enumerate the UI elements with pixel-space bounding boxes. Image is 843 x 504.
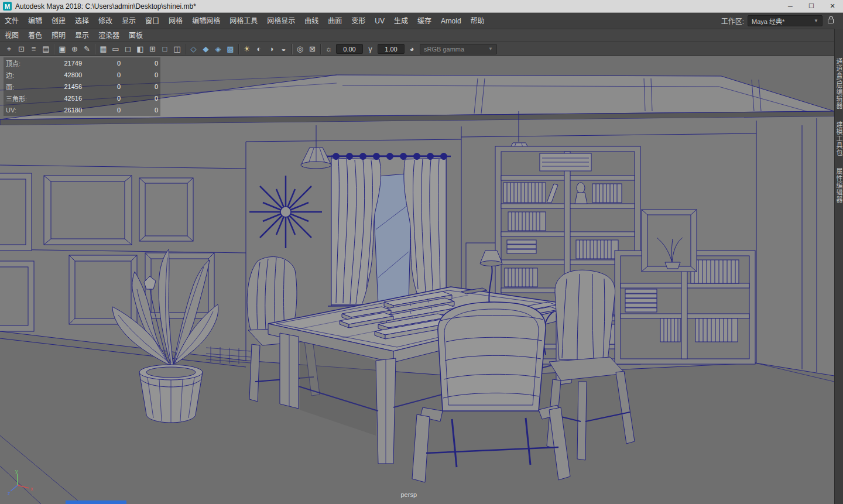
window-title: Autodesk Maya 2018: C:\Users\admin\Deskt… xyxy=(15,2,196,11)
hud-label: 边: xyxy=(6,70,42,80)
2d-pan-zoom-icon[interactable]: ⊕ xyxy=(68,43,81,55)
menu-create[interactable]: 创建 xyxy=(47,13,70,29)
motion-blur-icon[interactable]: ◒ xyxy=(277,43,290,55)
use-default-material-icon[interactable]: ▩ xyxy=(224,43,237,55)
shadows-icon[interactable]: ◐ xyxy=(253,43,265,55)
resolution-gate-icon[interactable]: ◻ xyxy=(122,43,134,55)
menu-mesh-display[interactable]: 网格显示 xyxy=(262,13,300,29)
menu-display[interactable]: 显示 xyxy=(117,13,140,29)
right-dock-strip: 通道盒/层编辑器 建模工具包 属性编辑器 xyxy=(834,29,843,504)
toolbar-separator xyxy=(320,44,321,54)
scene-starburst-clock[interactable] xyxy=(249,176,322,248)
toolbar-separator xyxy=(95,44,95,54)
workspace-selector[interactable]: Maya 经典* ▼ xyxy=(748,15,823,26)
lights-icon[interactable]: ☀ xyxy=(241,43,253,55)
hud-label: 顶点: xyxy=(6,59,42,68)
gate-mask-icon[interactable]: ◧ xyxy=(134,43,146,55)
hud-value: 26180 xyxy=(42,107,82,114)
workspace-value: Maya 经典* xyxy=(752,16,784,26)
axis-z-label: z xyxy=(8,491,11,496)
ambient-occlusion-icon[interactable]: ◑ xyxy=(265,43,277,55)
panel-menu-view[interactable]: 视图 xyxy=(0,29,23,42)
hud-value: 0 xyxy=(82,83,121,90)
panel-menu-show[interactable]: 显示 xyxy=(70,29,94,42)
maximize-button[interactable]: ☐ xyxy=(801,0,822,12)
smooth-shade-icon[interactable]: ◆ xyxy=(200,43,212,55)
color-management-icon[interactable]: ◕ xyxy=(406,43,418,55)
scene-wall-art[interactable] xyxy=(642,210,697,272)
isolate-select-icon[interactable]: ◎ xyxy=(294,43,306,55)
hud-value: 0 xyxy=(82,60,121,67)
toolbar-separator xyxy=(292,44,292,54)
hud-value: 0 xyxy=(82,95,121,102)
grease-pencil-icon[interactable]: ✎ xyxy=(81,43,93,55)
safe-action-icon[interactable]: □ xyxy=(159,43,171,55)
menu-windows[interactable]: 窗口 xyxy=(140,13,164,29)
film-gate-icon[interactable]: ▭ xyxy=(109,43,122,55)
camera-attributes-icon[interactable]: ≡ xyxy=(28,43,40,55)
color-space-dropdown[interactable]: sRGB gamma ▼ xyxy=(420,44,497,54)
menu-uv[interactable]: UV xyxy=(370,13,389,29)
toolbar-separator xyxy=(185,44,186,54)
hud-value: 0 xyxy=(82,107,121,114)
hud-label: 三角形: xyxy=(6,94,42,103)
menu-select[interactable]: 选择 xyxy=(70,13,94,29)
menu-edit-mesh[interactable]: 编辑网格 xyxy=(187,13,225,29)
maya-app-icon[interactable]: M xyxy=(3,2,12,11)
menu-mesh[interactable]: 网格 xyxy=(164,13,187,29)
panel-menu-panels[interactable]: 面板 xyxy=(124,29,148,42)
select-camera-icon[interactable]: ⌖ xyxy=(3,43,15,55)
menu-mesh-tools[interactable]: 网格工具 xyxy=(225,13,262,29)
exposure-field[interactable] xyxy=(336,44,363,54)
axis-y-label: y xyxy=(15,469,18,474)
chevron-down-icon: ▼ xyxy=(488,46,493,52)
gamma-field[interactable] xyxy=(378,44,405,54)
hud-row-faces: 面: 21456 0 0 xyxy=(4,81,160,92)
menu-generate[interactable]: 生成 xyxy=(389,13,413,29)
minimize-button[interactable]: ─ xyxy=(780,0,801,12)
grid-icon[interactable]: ▦ xyxy=(97,43,109,55)
tab-channel-box-layer-editor[interactable]: 通道盒/层编辑器 xyxy=(834,58,843,109)
scene-window[interactable] xyxy=(327,153,451,312)
menu-edit[interactable]: 编辑 xyxy=(23,13,47,29)
menu-arnold[interactable]: Arnold xyxy=(436,13,466,29)
hud-value: 0 xyxy=(121,60,158,67)
safe-title-icon[interactable]: ◫ xyxy=(171,43,183,55)
hud-value: 21749 xyxy=(42,60,82,67)
xray-icon[interactable]: ⊠ xyxy=(306,43,318,55)
menu-deform[interactable]: 变形 xyxy=(347,13,370,29)
textured-display-icon[interactable]: ◈ xyxy=(212,43,224,55)
wireframe-display-icon[interactable]: ◇ xyxy=(187,43,200,55)
hud-value: 0 xyxy=(121,71,158,78)
workspace-lock-icon[interactable] xyxy=(828,19,834,23)
color-space-value: sRGB gamma xyxy=(424,46,464,53)
tab-modeling-toolkit[interactable]: 建模工具包 xyxy=(834,121,843,156)
viewport-scene[interactable] xyxy=(0,56,834,504)
main-menu-bar: 文件 编辑 创建 选择 修改 显示 窗口 网格 编辑网格 网格工具 网格显示 曲… xyxy=(0,13,843,29)
field-chart-icon[interactable]: ⊞ xyxy=(146,43,159,55)
hud-label: UV: xyxy=(6,107,42,114)
panel-menu-shading[interactable]: 着色 xyxy=(23,29,47,42)
axis-x-label: x xyxy=(30,486,33,492)
panel-menu-renderer[interactable]: 渲染器 xyxy=(94,29,124,42)
taskbar-fragment[interactable] xyxy=(66,500,126,504)
hud-value: 0 xyxy=(121,95,158,102)
menu-file[interactable]: 文件 xyxy=(0,13,23,29)
toolbar-separator xyxy=(54,44,54,54)
panel-menu-lighting[interactable]: 照明 xyxy=(47,29,70,42)
close-button[interactable]: ✕ xyxy=(822,0,843,12)
bookmark-icon[interactable]: ▤ xyxy=(40,43,52,55)
exposure-icon[interactable]: ☼ xyxy=(323,43,335,55)
workspace-area: 工作区: Maya 经典* ▼ xyxy=(721,15,843,26)
menu-cache[interactable]: 缓存 xyxy=(413,13,436,29)
toolbar-separator xyxy=(238,44,239,54)
tab-attribute-editor[interactable]: 属性编辑器 xyxy=(834,168,843,203)
viewport[interactable]: 顶点: 21749 0 0 边: 42800 0 0 面: 21456 0 0 … xyxy=(0,56,834,504)
image-plane-icon[interactable]: ▣ xyxy=(56,43,68,55)
menu-surfaces[interactable]: 曲面 xyxy=(323,13,347,29)
lock-camera-icon[interactable]: ⊡ xyxy=(15,43,28,55)
menu-modify[interactable]: 修改 xyxy=(94,13,117,29)
menu-help[interactable]: 帮助 xyxy=(466,13,489,29)
gamma-icon[interactable]: γ xyxy=(364,43,376,55)
menu-curves[interactable]: 曲线 xyxy=(300,13,323,29)
